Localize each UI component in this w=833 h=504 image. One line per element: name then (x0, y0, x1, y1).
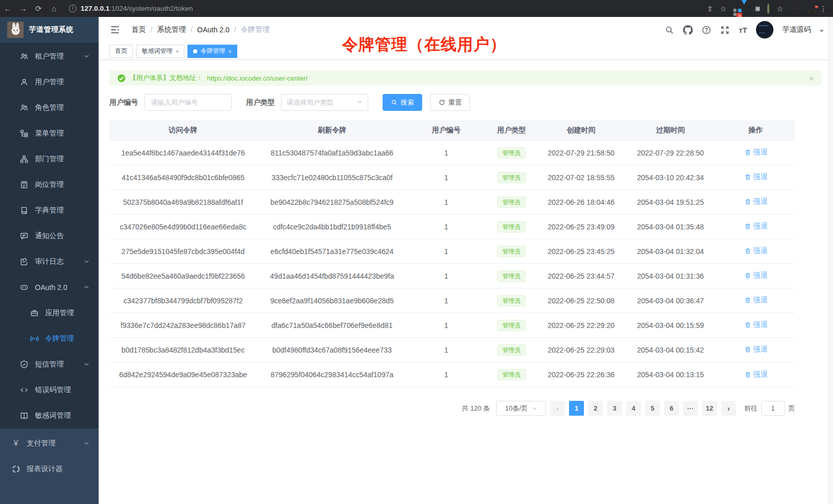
chevron-down-icon (84, 360, 89, 369)
breadcrumb-oauth[interactable]: OAuth 2.0 (197, 26, 230, 34)
sidebar-item-role[interactable]: 角色管理 (0, 95, 99, 121)
active-dot-icon (193, 49, 197, 53)
github-icon[interactable] (683, 25, 693, 35)
sidebar-item-pay[interactable]: ¥ 支付管理 (0, 431, 99, 456)
success-check-icon (118, 74, 125, 82)
user-menu-caret-icon[interactable] (820, 30, 824, 32)
sidebar-item-user[interactable]: 用户管理 (0, 69, 99, 95)
sidebar-item-menu[interactable]: 菜单管理 (0, 121, 99, 146)
sidebar-item-notice[interactable]: 通知公告 (0, 223, 99, 249)
help-icon[interactable] (702, 25, 711, 35)
sidebar-item-post[interactable]: 岗位管理 (0, 172, 99, 198)
force-logout-link[interactable]: 强退 (744, 320, 768, 329)
breadcrumb: 首页/ 系统管理/ OAuth 2.0/ 令牌管理 (131, 25, 270, 34)
sidebar-item-report[interactable]: 报表设计器 (0, 456, 99, 482)
table-row: 502375b8040a469a9b82188afdf6af1f be90422… (109, 190, 795, 215)
sidebar-item-errcode[interactable]: 错误码管理 (0, 377, 99, 403)
browser-forward-icon[interactable]: → (15, 4, 31, 13)
user-type-select[interactable]: 请选择用户类型 (281, 94, 368, 111)
created-time: 2022-06-25 22:29:03 (538, 346, 624, 354)
force-logout-link[interactable]: 强退 (744, 246, 768, 256)
command-extension-icon[interactable]: ⌘ (755, 4, 760, 13)
prev-page-button[interactable]: ‹ (550, 401, 565, 416)
sidebar-item-tenant[interactable]: 租户管理 (0, 44, 99, 69)
search-icon[interactable] (665, 25, 674, 35)
sidebar-toggle-icon[interactable] (110, 25, 120, 35)
breadcrumb-home[interactable]: 首页 (131, 25, 146, 34)
jump-page-input[interactable] (761, 401, 785, 416)
page-button-3[interactable]: 3 (607, 401, 622, 416)
doc-link[interactable]: https://doc.iocoder.cn/user-center/ (207, 74, 308, 82)
avatar[interactable] (756, 21, 773, 38)
address-bar[interactable]: i 127.0.0.1:1024/system/oauth2/token (69, 2, 707, 15)
browser-reload-icon[interactable]: ⟳ (31, 4, 46, 13)
user-id: 1 (407, 223, 485, 231)
scrollbar[interactable] (828, 17, 833, 504)
force-logout-link[interactable]: 强退 (744, 222, 768, 231)
user-id: 1 (407, 272, 485, 280)
alert-close-icon[interactable]: × (809, 74, 813, 83)
browser-back-icon[interactable]: ← (0, 4, 15, 13)
close-icon[interactable]: × (228, 48, 231, 54)
access-token: 6d842e2924594de9a09e45e087323abe (109, 371, 257, 379)
force-logout-link[interactable]: 强退 (744, 197, 768, 206)
url-path: :1024/system/oauth2/token (109, 5, 193, 12)
kebab-menu-icon[interactable]: ⋮ (820, 5, 827, 13)
main-content: 【用户体系】文档地址： https://doc.iocoder.cn/user-… (99, 60, 828, 504)
sidebar-item-dept[interactable]: 部门管理 (0, 146, 99, 172)
page-button-1[interactable]: 1 (569, 401, 584, 416)
page-button-2[interactable]: 2 (588, 401, 603, 416)
tab-token[interactable]: 令牌管理× (187, 45, 237, 58)
tab-home[interactable]: 首页 (109, 45, 133, 58)
refresh-token: 333ecfc71e02480cb11055c875c3ca0f (257, 173, 407, 182)
app-logo[interactable]: 芋道管理系统 (0, 17, 99, 43)
more-pages-button[interactable]: ··· (683, 401, 698, 416)
next-page-button[interactable]: › (721, 401, 736, 416)
sidebar-item-oauth[interactable]: OAuth 2.0 (0, 275, 99, 300)
sidebar-item-sensitive[interactable]: 敏感词管理 (0, 403, 99, 429)
refresh-token: 9ce8ef2aa9f14056b831ae9b608e28d5 (257, 297, 407, 305)
page-info-icon[interactable]: i (69, 5, 77, 12)
sidebar-item-label: 菜单管理 (35, 129, 64, 138)
search-button[interactable]: 搜索 (383, 94, 422, 111)
page-button-6[interactable]: 6 (664, 401, 679, 416)
jump-suffix: 页 (788, 404, 795, 413)
force-logout-link[interactable]: 强退 (744, 172, 768, 182)
user-id-input[interactable] (144, 94, 232, 111)
force-logout-link[interactable]: 强退 (744, 296, 768, 305)
sidebar-item-audit[interactable]: 审计日志 (0, 249, 99, 275)
sidebar-item-oauth-app[interactable]: 应用管理 (0, 300, 99, 326)
force-logout-link[interactable]: 强退 (744, 148, 768, 157)
refresh-token: dfa6c71a50a54c66bef706ef9e6e8d81 (257, 321, 407, 329)
table-row: 1ea5e44f8bc1467aaede43144f31de76 811c530… (109, 141, 795, 165)
force-logout-link[interactable]: 强退 (744, 345, 768, 354)
sidebar-item-dict[interactable]: 字典管理 (0, 198, 99, 223)
sidebar-item-oauth-token[interactable]: 令牌管理 (0, 326, 99, 352)
page-button-5[interactable]: 5 (645, 401, 660, 416)
bookmark-star-icon[interactable]: ☆ (720, 5, 727, 13)
share-icon[interactable]: ⇧ (707, 5, 713, 13)
reset-button[interactable]: 重置 (430, 94, 470, 111)
browser-chrome: ← → ⟳ ⌂ i 127.0.0.1:1024/system/oauth2/t… (0, 0, 833, 17)
close-icon[interactable]: × (176, 48, 179, 54)
browser-home-icon[interactable]: ⌂ (46, 4, 62, 13)
force-logout-link[interactable]: 强退 (744, 370, 768, 379)
page-button-12[interactable]: 12 (702, 401, 717, 416)
font-size-icon[interactable]: ᴛT (739, 26, 747, 34)
trash-icon (744, 149, 751, 156)
pay-yen-icon: ¥ (11, 439, 21, 448)
fullscreen-icon[interactable] (720, 25, 730, 35)
breadcrumb-system[interactable]: 系统管理 (157, 25, 186, 34)
user-name[interactable]: 芋道源码 (782, 25, 811, 34)
tab-sensitive[interactable]: 敏感词管理× (136, 45, 184, 58)
sidebar-item-sms[interactable]: 短信管理 (0, 352, 99, 377)
trash-icon (744, 297, 751, 304)
created-time: 2022-06-25 22:50:08 (538, 297, 624, 305)
page-button-4[interactable]: 4 (626, 401, 641, 416)
force-logout-link[interactable]: 强退 (744, 271, 768, 280)
page-size-select[interactable]: 10条/页 (496, 401, 546, 416)
paw-extension-icon[interactable] (790, 4, 798, 13)
gem-extension-icon[interactable] (741, 5, 748, 13)
olive-extension-icon[interactable] (767, 5, 769, 13)
green-star-extension-icon[interactable]: ☆ (777, 5, 783, 13)
